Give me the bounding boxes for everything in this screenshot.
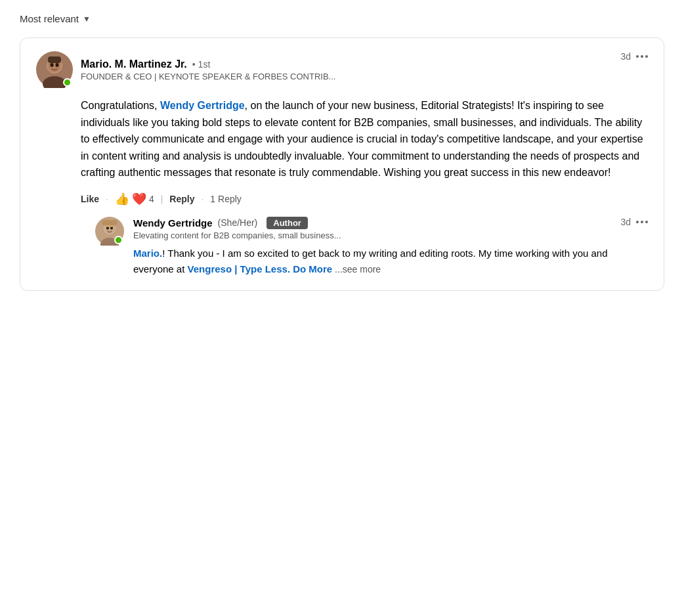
body-text: , on the launch of your new business, Ed… [81, 100, 643, 178]
action-separator-1: · [106, 194, 108, 204]
avatar [36, 51, 73, 88]
body-prefix: Congratulations, [81, 100, 160, 111]
reply-avatar [95, 217, 124, 246]
main-comment-card: Mario. M. Martinez Jr. • 1st FOUNDER & C… [20, 37, 664, 291]
svg-point-4 [51, 63, 54, 67]
reaction-count: 4 [149, 194, 154, 204]
nested-comment: Wendy Gertridge (She/Her) Author Elevati… [95, 217, 648, 277]
svg-point-5 [56, 63, 59, 67]
timestamp: 3d [620, 51, 631, 62]
comment-body: Congratulations, Wendy Gertridge, on the… [81, 97, 648, 181]
reply-see-more[interactable]: ...see more [332, 264, 381, 275]
reply-body: Mario.! Thank you - I am so excited to g… [133, 246, 648, 277]
connection-badge: • 1st [192, 59, 210, 70]
chevron-down-icon: ▼ [83, 14, 91, 24]
more-options-button[interactable] [636, 55, 648, 58]
action-separator-2: | [161, 194, 163, 204]
heart-reaction-icon: ❤️ [132, 192, 146, 206]
like-button[interactable]: Like [81, 194, 99, 204]
sort-bar[interactable]: Most relevant ▼ [20, 13, 664, 24]
svg-rect-6 [48, 56, 61, 63]
reply-count-link[interactable]: 1 Reply [210, 194, 241, 204]
tagged-user-link[interactable]: Wendy Gertridge [160, 100, 245, 111]
action-dot: · [201, 194, 203, 204]
clap-reaction-icon: 👍 [115, 192, 129, 206]
reply-button[interactable]: Reply [169, 194, 194, 204]
online-indicator [63, 78, 72, 87]
sort-label: Most relevant [20, 13, 79, 24]
pronoun-badge: (She/Her) [218, 217, 258, 228]
reply-author-title: Elevating content for B2B companies, sma… [133, 231, 341, 240]
reply-company-link[interactable]: Vengreso | Type Less. Do More [188, 263, 333, 275]
reply-more-options-button[interactable] [636, 221, 648, 223]
author-title: FOUNDER & CEO | KEYNOTE SPEAKER & FORBES… [81, 72, 335, 81]
reply-timestamp: 3d [620, 217, 631, 227]
reply-tagged-user[interactable]: Mario. [133, 248, 162, 259]
reply-online-indicator [114, 236, 123, 244]
reply-author-name[interactable]: Wendy Gertridge [133, 217, 213, 229]
reaction-group: 👍 ❤️ 4 [115, 192, 154, 206]
author-name[interactable]: Mario. M. Martinez Jr. [81, 58, 187, 70]
author-badge: Author [267, 217, 308, 229]
svg-rect-14 [102, 220, 118, 225]
